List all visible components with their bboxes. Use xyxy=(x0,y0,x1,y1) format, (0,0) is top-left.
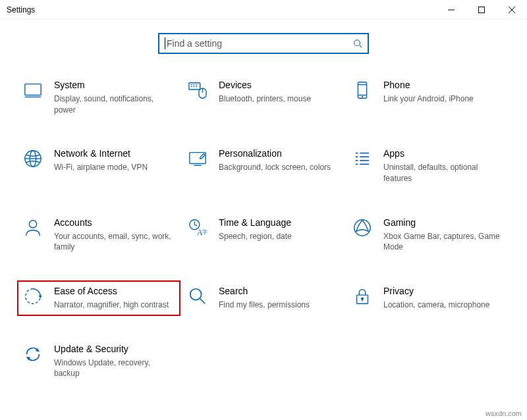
maximize-icon xyxy=(478,7,485,13)
tile-desc: Your accounts, email, sync, work, family xyxy=(54,231,175,253)
close-button[interactable] xyxy=(497,0,527,20)
tile-gaming[interactable]: Gaming Xbox Game Bar, captures, Game Mod… xyxy=(349,215,507,255)
tile-title: Ease of Access xyxy=(54,286,175,297)
tile-title: Search xyxy=(219,286,340,297)
tile-title: Personalization xyxy=(219,148,340,159)
tile-personalization[interactable]: Personalization Background, lock screen,… xyxy=(184,145,343,186)
update-security-icon xyxy=(22,344,43,365)
search-placeholder: Find a setting xyxy=(167,38,353,49)
tile-desc: Windows Update, recovery, backup xyxy=(54,357,175,380)
tile-ease-of-access[interactable]: Ease of Access Narrator, magnifier, high… xyxy=(20,283,178,313)
tile-accounts[interactable]: Accounts Your accounts, email, sync, wor… xyxy=(20,215,178,255)
tile-title: Phone xyxy=(383,80,505,91)
tile-title: Apps xyxy=(383,148,505,159)
settings-grid: System Display, sound, notifications, po… xyxy=(0,74,527,395)
phone-icon xyxy=(352,80,373,101)
close-icon xyxy=(509,7,515,13)
svg-marker-41 xyxy=(38,296,42,298)
svg-point-20 xyxy=(362,96,363,97)
tile-desc: Background, lock screen, colors xyxy=(219,162,340,173)
tile-update-security[interactable]: Update & Security Windows Update, recove… xyxy=(20,341,178,382)
tile-title: Devices xyxy=(219,80,340,91)
privacy-icon xyxy=(352,286,373,307)
svg-line-37 xyxy=(194,224,197,226)
time-language-icon: A字 xyxy=(187,217,208,238)
gaming-icon xyxy=(352,217,373,238)
tile-desc: Bluetooth, printers, mouse xyxy=(219,93,340,105)
search-icon xyxy=(353,39,362,48)
accounts-icon xyxy=(22,217,43,238)
tile-title: System xyxy=(54,80,175,91)
search-container: Find a setting xyxy=(0,20,527,74)
titlebar: Settings xyxy=(0,0,527,20)
tile-title: Update & Security xyxy=(54,344,175,355)
tile-privacy[interactable]: Privacy Location, camera, microphone xyxy=(349,283,507,313)
svg-point-4 xyxy=(354,40,360,46)
tile-time-language[interactable]: A字 Time & Language Speech, region, date xyxy=(184,215,343,255)
tile-title: Privacy xyxy=(383,286,505,297)
search-tile-icon xyxy=(187,286,208,307)
tile-title: Accounts xyxy=(54,217,175,228)
tile-desc: Link your Android, iPhone xyxy=(383,93,505,105)
tile-network[interactable]: Network & Internet Wi-Fi, airplane mode,… xyxy=(20,145,178,186)
system-icon xyxy=(22,80,43,101)
tile-desc: Narrator, magnifier, high contrast xyxy=(54,300,175,311)
attribution-text: wsxdn.com xyxy=(485,409,522,417)
tile-desc: Speech, region, date xyxy=(219,231,340,242)
svg-point-40 xyxy=(354,220,370,236)
svg-point-34 xyxy=(29,221,36,228)
tile-title: Time & Language xyxy=(219,217,340,228)
window-title: Settings xyxy=(7,5,35,14)
tile-desc: Wi-Fi, airplane mode, VPN xyxy=(54,162,175,173)
devices-icon xyxy=(187,80,208,101)
personalization-icon xyxy=(187,148,208,169)
minimize-icon xyxy=(448,7,455,13)
tile-title: Gaming xyxy=(383,217,505,228)
tile-title: Network & Internet xyxy=(54,148,175,159)
network-icon xyxy=(22,148,43,169)
svg-rect-1 xyxy=(479,7,485,13)
tile-desc: Uninstall, defaults, optional features xyxy=(383,162,505,184)
tile-desc: Display, sound, notifications, power xyxy=(54,93,175,116)
window-controls xyxy=(436,0,527,20)
apps-icon xyxy=(352,148,373,169)
svg-line-43 xyxy=(200,299,206,304)
svg-point-42 xyxy=(190,289,202,300)
tile-devices[interactable]: Devices Bluetooth, printers, mouse xyxy=(184,77,343,118)
tile-desc: Location, camera, microphone xyxy=(383,300,505,311)
tile-desc: Xbox Game Bar, captures, Game Mode xyxy=(383,231,505,253)
tile-phone[interactable]: Phone Link your Android, iPhone xyxy=(349,77,507,118)
svg-line-5 xyxy=(360,45,362,48)
tile-apps[interactable]: Apps Uninstall, defaults, optional featu… xyxy=(349,145,507,186)
svg-rect-6 xyxy=(25,84,41,95)
text-cursor xyxy=(165,38,165,49)
tile-desc: Find my files, permissions xyxy=(219,300,340,311)
maximize-button[interactable] xyxy=(466,0,497,20)
search-input[interactable]: Find a setting xyxy=(158,33,369,54)
minimize-button[interactable] xyxy=(436,0,466,20)
tile-search[interactable]: Search Find my files, permissions xyxy=(184,283,343,313)
svg-text:字: 字 xyxy=(202,228,208,235)
tile-system[interactable]: System Display, sound, notifications, po… xyxy=(20,77,178,118)
ease-of-access-icon xyxy=(22,286,43,307)
